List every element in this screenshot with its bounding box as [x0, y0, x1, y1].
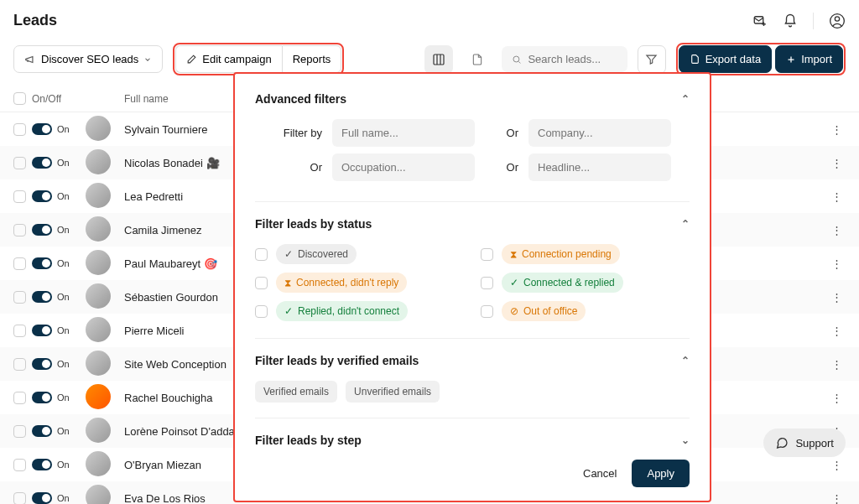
row-checkbox[interactable]	[13, 123, 26, 136]
row-toggle[interactable]	[32, 325, 52, 336]
lead-name: Site Web Conception	[124, 358, 226, 371]
filter-occupation-input[interactable]	[332, 153, 475, 181]
col-onoff: On/Off	[32, 93, 86, 105]
row-toggle[interactable]	[32, 425, 52, 437]
select-all-checkbox[interactable]	[13, 92, 26, 105]
row-toggle[interactable]	[32, 190, 52, 202]
row-checkbox[interactable]	[13, 157, 26, 169]
filter-headline-input[interactable]	[528, 153, 671, 181]
import-button[interactable]: Import	[775, 45, 843, 73]
row-toggle[interactable]	[32, 492, 52, 504]
row-menu-icon[interactable]: ⋮	[828, 123, 846, 136]
on-label: On	[57, 158, 70, 168]
status-checkbox[interactable]	[255, 277, 268, 289]
filter-company-input[interactable]	[528, 119, 671, 147]
avatar	[86, 351, 111, 376]
row-checkbox[interactable]	[13, 392, 26, 404]
discover-leads-button[interactable]: Discover SEO leads	[13, 45, 163, 73]
chat-icon	[775, 436, 789, 449]
status-checkbox[interactable]	[481, 248, 493, 261]
on-label: On	[57, 292, 70, 302]
cancel-button[interactable]: Cancel	[583, 467, 617, 480]
row-menu-icon[interactable]: ⋮	[828, 224, 846, 236]
columns-icon[interactable]	[424, 45, 453, 74]
lead-name: Camila Jimenez	[124, 224, 201, 236]
status-checkbox[interactable]	[481, 305, 493, 318]
lead-name: Rachel Bouchigha	[124, 392, 213, 404]
svg-rect-3	[434, 55, 444, 65]
row-toggle[interactable]	[32, 392, 52, 403]
on-label: On	[57, 325, 70, 335]
edit-campaign-button[interactable]: Edit campaign	[175, 45, 281, 73]
search-input[interactable]	[528, 53, 617, 65]
export-button[interactable]: Export data	[679, 45, 773, 73]
status-discovered: ✓Discovered	[276, 244, 357, 264]
user-icon[interactable]	[829, 13, 846, 29]
bell-icon[interactable]	[783, 13, 798, 29]
on-label: On	[57, 392, 70, 403]
avatar	[86, 418, 111, 443]
or-label: Or	[255, 161, 322, 174]
status-filter-toggle[interactable]: Filter leads by status ⌃	[255, 217, 690, 231]
filter-icon[interactable]	[638, 45, 666, 74]
lead-name: Lea Pedretti	[124, 190, 183, 203]
plus-icon	[786, 55, 796, 65]
filter-fullname-input[interactable]	[332, 119, 475, 147]
search-input-wrapper[interactable]	[502, 46, 627, 72]
lead-name: O'Bryan Miezan	[124, 459, 201, 471]
row-checkbox[interactable]	[13, 257, 26, 270]
row-checkbox[interactable]	[13, 224, 26, 236]
apply-button[interactable]: Apply	[632, 460, 690, 487]
chip-verified[interactable]: Verified emails	[255, 381, 337, 403]
row-checkbox[interactable]	[13, 459, 26, 471]
row-checkbox[interactable]	[13, 325, 26, 337]
row-checkbox[interactable]	[13, 291, 26, 304]
lead-name: Lorène Poinsot D'addario	[124, 425, 247, 438]
row-toggle[interactable]	[32, 459, 52, 470]
avatar	[86, 485, 111, 505]
divider	[813, 13, 814, 29]
row-checkbox[interactable]	[13, 492, 26, 505]
avatar	[86, 250, 111, 275]
lead-name: Nicolas Bonadei 🎥	[124, 157, 220, 169]
status-checkbox[interactable]	[481, 277, 493, 289]
row-menu-icon[interactable]: ⋮	[828, 157, 846, 169]
row-toggle[interactable]	[32, 224, 52, 236]
emails-filter-toggle[interactable]: Filter leads by verified emails ⌃	[255, 354, 690, 367]
row-menu-icon[interactable]: ⋮	[828, 190, 846, 203]
row-checkbox[interactable]	[13, 358, 26, 371]
megaphone-icon	[24, 54, 36, 65]
row-menu-icon[interactable]: ⋮	[828, 392, 846, 404]
status-replied-noconnect: ✓Replied, didn't connect	[276, 301, 408, 321]
row-toggle[interactable]	[32, 157, 52, 169]
on-label: On	[57, 225, 70, 235]
support-button[interactable]: Support	[763, 429, 846, 457]
row-toggle[interactable]	[32, 257, 52, 269]
lead-name: Sébastien Gourdon	[124, 291, 218, 304]
export-icon	[690, 54, 700, 65]
csv-icon[interactable]	[463, 45, 492, 74]
row-checkbox[interactable]	[13, 425, 26, 438]
chevron-up-icon: ⌃	[681, 93, 690, 105]
row-menu-icon[interactable]: ⋮	[828, 257, 846, 270]
row-toggle[interactable]	[32, 358, 52, 370]
mail-icon[interactable]	[752, 13, 768, 29]
row-menu-icon[interactable]: ⋮	[828, 459, 846, 471]
status-checkbox[interactable]	[255, 248, 268, 261]
lead-name: Pierre Miceli	[124, 325, 185, 337]
chip-unverified[interactable]: Unverified emails	[346, 381, 440, 403]
status-connection-pending: ⧗Connection pending	[502, 244, 620, 264]
row-menu-icon[interactable]: ⋮	[828, 291, 846, 304]
row-checkbox[interactable]	[13, 190, 26, 203]
or-label: Or	[485, 161, 518, 174]
row-menu-icon[interactable]: ⋮	[828, 325, 846, 337]
row-menu-icon[interactable]: ⋮	[828, 492, 846, 505]
on-label: On	[57, 191, 70, 201]
status-checkbox[interactable]	[255, 305, 268, 318]
row-menu-icon[interactable]: ⋮	[828, 358, 846, 371]
reports-button[interactable]: Reports	[282, 45, 342, 73]
advanced-filters-toggle[interactable]: Advanced filters ⌃	[255, 92, 690, 106]
row-toggle[interactable]	[32, 291, 52, 303]
step-filter-toggle[interactable]: Filter leads by step ⌄	[255, 434, 690, 447]
row-toggle[interactable]	[32, 123, 52, 135]
